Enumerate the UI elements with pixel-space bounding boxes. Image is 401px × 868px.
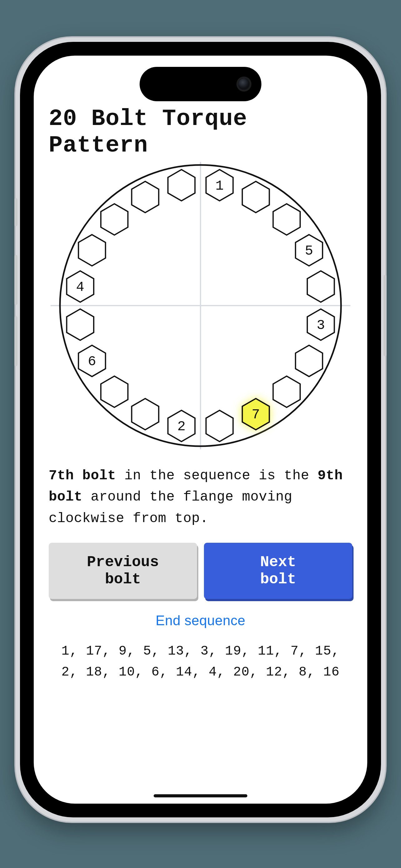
bolt-hex-7[interactable] xyxy=(295,345,323,376)
sequence-list: 1, 17, 9, 5, 13, 3, 19, 11, 7, 15, 2, 18… xyxy=(49,641,352,683)
side-button-silence xyxy=(14,198,18,226)
phone-bezel: 20 Bolt Torque Pattern 1537264 7th bolt … xyxy=(20,42,381,817)
flange-svg: 1537264 xyxy=(49,162,352,449)
bolt-step-label-14: 6 xyxy=(88,354,96,369)
bolt-hex-13[interactable] xyxy=(101,376,128,407)
bolt-step-label-1: 1 xyxy=(215,178,224,194)
desc-pos-tail: around the flange moving clockwise from … xyxy=(49,489,292,526)
bolt-step-label-6: 3 xyxy=(317,317,325,333)
bolt-hex-15[interactable] xyxy=(67,309,94,340)
desc-seq-bold: 7th bolt xyxy=(49,468,116,484)
bolt-hex-2[interactable] xyxy=(242,182,269,213)
next-bolt-label: Next bolt xyxy=(260,554,296,588)
bolt-step-label-11: 2 xyxy=(177,419,186,434)
bolt-hex-8[interactable] xyxy=(273,376,300,407)
bolt-step-label-16: 4 xyxy=(76,279,84,295)
side-button-volume-up xyxy=(14,255,18,305)
bolt-hex-12[interactable] xyxy=(132,399,159,430)
bolt-hex-17[interactable] xyxy=(78,235,106,266)
flange-diagram: 1537264 xyxy=(49,162,352,449)
phone-frame: 20 Bolt Torque Pattern 1537264 7th bolt … xyxy=(15,37,386,822)
phone-screen: 20 Bolt Torque Pattern 1537264 7th bolt … xyxy=(34,56,367,804)
button-row: Previous bolt Next bolt xyxy=(49,543,352,599)
bolt-hex-19[interactable] xyxy=(132,182,159,213)
bolt-step-label-9: 7 xyxy=(252,407,260,423)
end-sequence-link[interactable]: End sequence xyxy=(49,613,352,628)
bolt-hex-5[interactable] xyxy=(307,271,334,302)
home-indicator xyxy=(154,794,247,797)
side-button-power xyxy=(383,275,387,356)
previous-bolt-button[interactable]: Previous bolt xyxy=(49,543,197,599)
desc-seq-tail: in the sequence is the xyxy=(116,468,318,484)
next-bolt-button[interactable]: Next bolt xyxy=(204,543,352,599)
app-content: 20 Bolt Torque Pattern 1537264 7th bolt … xyxy=(34,56,367,804)
page-title: 20 Bolt Torque Pattern xyxy=(49,105,352,159)
previous-bolt-label: Previous bolt xyxy=(87,554,159,588)
bolt-hex-10[interactable] xyxy=(206,410,233,441)
bolt-hex-18[interactable] xyxy=(101,204,128,235)
bolt-step-label-4: 5 xyxy=(305,243,313,259)
bolt-hex-3[interactable] xyxy=(273,204,300,235)
step-description: 7th bolt in the sequence is the 9th bolt… xyxy=(49,465,352,529)
side-button-volume-down xyxy=(14,316,18,366)
bolt-hex-20[interactable] xyxy=(168,170,195,201)
